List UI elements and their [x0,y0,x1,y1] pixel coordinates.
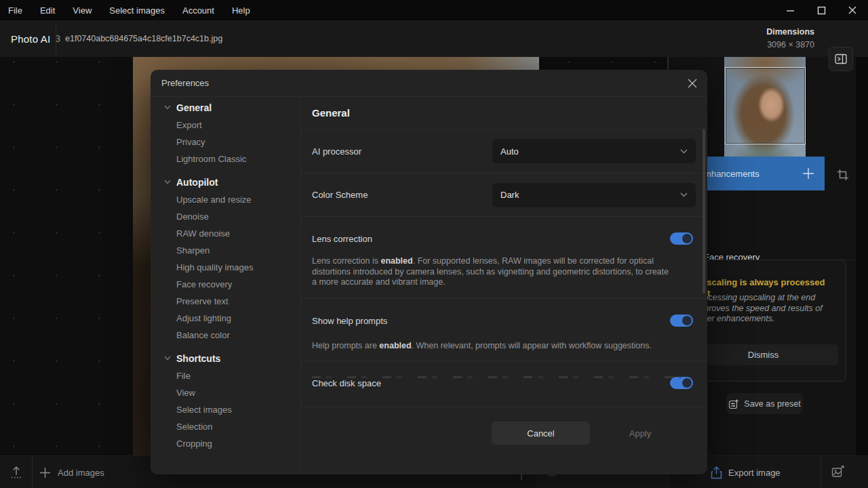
nav-label: Select images [176,405,232,415]
color-scheme-select[interactable]: Dark [492,183,696,207]
chevron-down-icon [164,105,171,110]
menu-bar: File Edit View Select images Account Hel… [0,0,868,20]
collapse-panel-icon [835,54,847,64]
nav-label: Lightroom Classic [176,154,246,164]
warning-line-3: other enhancements. [695,314,835,325]
save-as-preset-button[interactable]: Save as preset [726,393,803,414]
export-icon [711,466,722,479]
prefs-nav-lightroom-classic[interactable]: Lightroom Classic [151,150,300,167]
toggle-knob [682,316,692,325]
desc-text: Lens correction is [312,256,380,266]
dialog-scrollbar[interactable] [703,129,705,293]
lens-correction-toggle[interactable] [670,232,693,245]
photo-ai-window: File Edit View Select images Account Hel… [0,0,868,488]
prefs-nav-balance-color[interactable]: Balance color [151,327,300,344]
dismiss-button[interactable]: Dismiss [688,344,838,365]
export-image-button[interactable]: Export image [711,456,781,488]
chevron-down-icon [164,356,171,361]
prefs-nav-upscale-and-resize[interactable]: Upscale and resize [151,191,300,208]
nav-label: Balance color [176,330,230,340]
nav-label: Export [176,120,202,130]
hidden-control-remnant-2 [548,474,555,476]
upload-button[interactable] [7,463,26,482]
show-help-prompts-toggle[interactable] [670,314,693,327]
preferences-dialog: Preferences General Export Privacy Light… [151,70,707,474]
collapse-panel-button[interactable] [829,47,853,71]
check-disk-space-row: Check disk space [301,361,707,407]
toggle-knob [682,378,692,388]
prefs-nav-export[interactable]: Export [151,117,300,134]
dialog-close-button[interactable] [686,77,698,89]
warning-description: Processing upscaling at the end improves… [695,293,835,325]
close-icon [848,5,857,15]
save-as-preset-label: Save as preset [744,399,800,409]
close-icon [687,78,698,89]
menu-help[interactable]: Help [232,5,250,16]
bottombar-divider [32,456,33,488]
nav-label: General [176,102,212,113]
nav-label: RAW denoise [176,228,230,239]
maximize-button[interactable] [806,0,837,20]
nav-label: Sharpen [176,245,210,256]
upload-icon [10,466,22,479]
dimensions-value: 3096 × 3870 [766,39,814,52]
prefs-nav-denoise[interactable]: Denoise [151,208,300,225]
prefs-nav-high-quality-images[interactable]: High quality images [151,259,300,276]
minimize-button[interactable] [774,0,806,20]
prefs-nav-privacy[interactable]: Privacy [151,134,300,150]
prefs-nav-face-recovery[interactable]: Face recovery [151,276,300,293]
warning-line-1: Processing upscaling at the end [695,293,835,304]
check-disk-space-toggle[interactable] [670,377,693,389]
lens-correction-label: Lens correction [312,234,670,244]
nav-label: View [176,388,195,398]
show-help-prompts-label: Show help prompts [312,316,670,326]
menu-select-images[interactable]: Select images [109,5,165,16]
menu-edit[interactable]: Edit [40,5,55,16]
prefs-nav-preserve-text[interactable]: Preserve text [151,293,300,310]
cancel-button[interactable]: Cancel [492,422,590,445]
prefs-nav-file[interactable]: File [151,367,300,384]
open-filename: e1f0740abc684675a4c18cfe1b7c4c1b.jpg [65,20,222,57]
chevron-down-icon [680,192,688,197]
minimize-icon [786,6,795,15]
dimensions-label: Dimensions [766,26,814,39]
prefs-nav-raw-denoise[interactable]: RAW denoise [151,225,300,242]
add-images-button[interactable]: Add images [39,456,104,488]
prefs-nav-autopilot[interactable]: Autopilot [151,174,300,191]
prefs-nav-cropping[interactable]: Cropping [151,435,300,452]
menu-file[interactable]: File [8,5,22,16]
dialog-title: Preferences [161,70,209,97]
check-disk-space-label: Check disk space [312,378,670,388]
prefs-nav-select-images[interactable]: Select images [151,401,300,418]
dimensions-block: Dimensions 3096 × 3870 [766,26,814,52]
app-brand: Photo AI 3 [11,20,60,57]
chevron-down-icon [164,180,171,184]
preset-icon [728,399,739,409]
nav-label: Preserve text [176,296,229,306]
ai-processor-select[interactable]: Auto [492,139,696,163]
image-export-shortcut-button[interactable] [829,463,848,482]
prefs-nav-adjust-lighting[interactable]: Adjust lighting [151,310,300,327]
menu-account[interactable]: Account [182,5,214,16]
ai-processor-row: AI processor Auto [301,129,707,174]
color-scheme-row: Color Scheme Dark [301,174,707,217]
prefs-nav-sharpen[interactable]: Sharpen [151,242,300,259]
navigator-viewport-box[interactable] [725,67,806,144]
desc-text: . When relevant, prompts will appear wit… [412,341,652,350]
crop-tool-button[interactable] [834,166,852,184]
close-window-button[interactable] [837,0,868,20]
window-controls [774,0,868,20]
prefs-nav-general[interactable]: General [151,100,300,117]
maximize-icon [817,6,826,15]
lens-correction-row: Lens correction Lens correction is enabl… [301,217,707,299]
prefs-nav-view[interactable]: View [151,384,300,401]
lens-correction-description: Lens correction is enabled. For supporte… [312,256,696,288]
bottombar-divider-right [821,456,821,488]
add-enhancement-button[interactable] [802,167,815,183]
prefs-nav-shortcuts[interactable]: Shortcuts [151,350,300,367]
apply-button[interactable]: Apply [610,422,671,445]
nav-label: High quality images [176,262,253,272]
prefs-nav-selection[interactable]: Selection [151,418,300,435]
enhancements-label: Enhancements [701,169,760,179]
menu-view[interactable]: View [73,5,92,16]
